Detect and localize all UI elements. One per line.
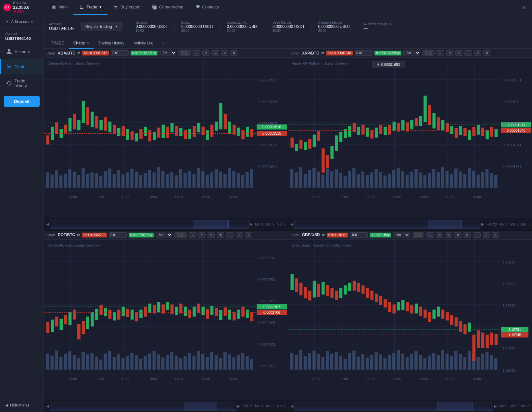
hide-menu-button[interactable]: ◀ Hide menu	[0, 398, 44, 412]
minimap-xrp-btc[interactable]	[294, 220, 480, 229]
prev-arrow-ada[interactable]: ◀	[45, 222, 50, 226]
sidebar-add-account[interactable]: ＋ Add account	[0, 15, 44, 29]
unrealized-value: 0.00000000 USDT	[227, 24, 259, 29]
chart-maximize-ada[interactable]: ⤢	[221, 50, 228, 56]
chart-indicator-btn-gbp[interactable]: ⊙	[436, 232, 443, 238]
buy-badge-dot[interactable]: 0.0002707 Buy	[129, 233, 154, 237]
chart-draw-btn-xrp[interactable]: ✎	[455, 50, 462, 56]
sidebar-item-account[interactable]: Account	[0, 44, 44, 59]
qty-select-gbp[interactable]: 100	[350, 232, 368, 238]
chart-close-xrp[interactable]: ✕	[483, 50, 490, 56]
timeframe-gbp[interactable]: 5m1m15m	[393, 232, 410, 238]
hamburger-menu[interactable]: ≡	[519, 4, 529, 11]
sell-badge-dot[interactable]: Sell 0.0002706	[82, 233, 107, 237]
next-arrow-xrp[interactable]: ▶	[480, 222, 485, 226]
chart-indicator-btn-xrp[interactable]: ⊙	[446, 50, 453, 56]
sidebar-item-trade-history[interactable]: Trade history	[0, 74, 44, 93]
svg-rect-274	[77, 358, 80, 370]
svg-rect-165	[406, 175, 409, 188]
chart-indicator-btn-ada[interactable]: ⊙	[202, 50, 209, 56]
svg-rect-140	[295, 172, 298, 188]
qty-select-xrp[interactable]: 0.01	[355, 50, 373, 56]
svg-rect-206	[379, 125, 382, 134]
chart-more-btn-xrp[interactable]: ⋮	[464, 50, 472, 56]
chart-draw-btn-gbp[interactable]: ✎	[445, 232, 452, 238]
timeframe-dot[interactable]: 5m1m15m	[156, 232, 172, 238]
svg-rect-271	[64, 354, 67, 370]
nav-item-buy-crypto[interactable]: Buy crypto	[108, 0, 146, 15]
sell-badge-xrp[interactable]: Sell 0.00001640	[326, 51, 353, 55]
buy-badge-gbp[interactable]: 1.19761 Buy	[370, 233, 391, 237]
chart-nav-btn-xrp[interactable]: ↔	[437, 50, 444, 56]
sync-icon-ada[interactable]: ⇄	[77, 51, 80, 55]
minimap-ada-btc[interactable]	[50, 220, 249, 229]
svg-rect-303	[206, 357, 209, 370]
chart-nav-btn-ada[interactable]: ↔	[193, 50, 200, 56]
tab-trade-label: TRADE	[51, 41, 64, 45]
next-arrow-ada[interactable]: ▶	[249, 222, 254, 226]
chart-nav-btn-gbp[interactable]: ↔	[426, 232, 434, 238]
chart-more-btn-gbp[interactable]: ⋮	[473, 232, 481, 238]
svg-rect-85	[158, 128, 160, 137]
chart-type-btn-dot[interactable]: ⬛⬛	[174, 232, 187, 238]
nav-item-trade[interactable]: Trade ▾	[73, 0, 107, 15]
tab-activity-log[interactable]: Activity Log	[129, 38, 158, 49]
trading-type-dropdown[interactable]: Regular trading	[81, 22, 122, 31]
tab-add-button[interactable]: ＋	[158, 40, 168, 47]
deposit-button[interactable]: Deposit	[4, 96, 40, 107]
chart-nav-btn-dot[interactable]: ↔	[189, 232, 196, 238]
tab-charts[interactable]: Charts ✕	[69, 38, 94, 49]
timeframe-ada[interactable]: 5m1m15m	[159, 50, 176, 56]
sync-icon-gbp[interactable]: ⇄	[322, 233, 325, 237]
chart-flask-btn-gbp[interactable]: ⚗	[454, 232, 462, 238]
chart-maximize-xrp[interactable]: ⤢	[474, 50, 481, 56]
buy-badge-xrp[interactable]: 0.00001647 Buy	[374, 51, 401, 55]
chart-flask-btn-dot[interactable]: ⚗	[217, 232, 224, 238]
svg-rect-307	[223, 352, 227, 370]
chart-more-btn-ada[interactable]: —	[211, 50, 219, 56]
sync-icon-dot[interactable]: ⇄	[77, 233, 80, 237]
prev-arrow-xrp[interactable]: ◀	[289, 222, 294, 226]
chart-close-ada[interactable]: ✕	[230, 50, 237, 56]
next-arrow-gbp[interactable]: ▶	[493, 404, 498, 408]
minimap-gbp-usd[interactable]	[294, 402, 493, 411]
date-mar1-dot: Mar 1	[254, 404, 265, 408]
svg-rect-57	[241, 175, 245, 188]
qty-select-ada[interactable]: 0.01	[111, 50, 129, 56]
chart-indicator-btn-dot[interactable]: ⊙	[198, 232, 206, 238]
chart-settings-gbp[interactable]: ⚙	[463, 232, 471, 238]
sidebar-item-trade[interactable]: Trade	[0, 59, 44, 74]
nav-item-contests[interactable]: Contests	[189, 0, 225, 15]
chart-more-btn-dot[interactable]: ⋮	[226, 232, 234, 238]
chart-maximize-gbp[interactable]: ⤢	[483, 232, 490, 238]
tab-trade[interactable]: TRADE	[46, 38, 69, 49]
timeframe-xrp[interactable]: 5m1m15m	[403, 50, 420, 56]
sell-badge-ada[interactable]: Sell 0.00001515	[82, 51, 109, 55]
svg-text:12:00: 12:00	[121, 195, 130, 199]
buy-badge-ada[interactable]: 0.00001516 Buy	[131, 51, 158, 55]
minimap-dot-btc[interactable]	[50, 402, 236, 411]
chart-draw-btn-dot[interactable]: ✎	[208, 232, 215, 238]
svg-rect-289	[144, 356, 147, 369]
svg-rect-459	[371, 291, 373, 299]
svg-rect-26	[104, 171, 107, 188]
tab-charts-close[interactable]: ✕	[86, 41, 89, 45]
sell-badge-gbp[interactable]: Sell 1.19745	[327, 233, 348, 237]
chart-close-gbp[interactable]: ✕	[492, 232, 499, 238]
sync-icon-xrp[interactable]: ⇄	[321, 51, 324, 55]
chart-maximize-dot[interactable]: ⤢	[236, 232, 243, 238]
svg-rect-147	[326, 168, 329, 188]
chart-type-btn-gbp[interactable]: ⬛⬛	[412, 232, 424, 238]
chart-type-btn-xrp[interactable]: ⬛⬛	[422, 50, 435, 56]
prev-arrow-dot[interactable]: ◀	[45, 404, 50, 408]
tab-trading-history[interactable]: Trading History	[94, 38, 129, 49]
prev-arrow-gbp[interactable]: ◀	[289, 404, 294, 408]
chart-close-dot[interactable]: ✕	[245, 232, 252, 238]
nav-item-copy-trading[interactable]: Copy-trading	[146, 0, 189, 15]
qty-select-dot[interactable]: 0.01	[109, 232, 127, 238]
next-arrow-dot[interactable]: ▶	[236, 404, 241, 408]
nav-item-main[interactable]: Main	[45, 0, 73, 15]
chart-type-btn-ada[interactable]: ⬛⬛	[178, 50, 191, 56]
svg-rect-476	[446, 312, 449, 320]
svg-rect-440	[494, 358, 498, 370]
